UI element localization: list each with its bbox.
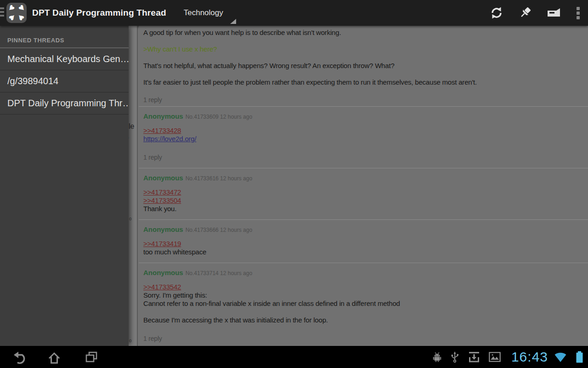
post-header: AnonymousNo.41733666 12 hours ago <box>143 225 583 234</box>
post-header: AnonymousNo.41733609 12 hours ago <box>143 112 583 121</box>
fourchan-clover-icon[interactable]: ♥ ♥ ♥ ♥ <box>6 3 27 23</box>
reply-button[interactable] <box>539 0 568 26</box>
truncated-list-text-fragment: le <box>129 122 134 131</box>
url-link[interactable]: https://love2d.org/ <box>143 135 196 143</box>
comment-line: too much whitespace <box>143 248 583 256</box>
drawer-header: PINNED THREADS <box>0 26 129 48</box>
status-icons: 16:43 <box>433 346 583 368</box>
blank-line <box>143 53 583 62</box>
truncated-list-text-fragment: o <box>129 216 132 221</box>
quotelink[interactable]: >>41733472 <box>143 188 181 196</box>
comment-line: Because I'm accessing the x that was ini… <box>143 316 583 324</box>
pin-button[interactable] <box>511 0 539 26</box>
poster-name: Anonymous <box>143 225 183 233</box>
usb-icon <box>450 351 459 363</box>
post-header: AnonymousNo.41733714 12 hours ago <box>143 269 583 277</box>
blank-line <box>143 70 583 78</box>
comment-line: Cannot refer to a non-final variable x i… <box>143 299 583 308</box>
quotelink[interactable]: >>41733428 <box>143 126 181 135</box>
board-spinner[interactable]: Technology <box>184 8 223 17</box>
android-debug-icon <box>433 352 441 362</box>
spinner-caret-icon <box>230 19 236 24</box>
back-button[interactable] <box>12 350 27 364</box>
home-icon <box>47 350 62 364</box>
install-download-icon <box>468 351 480 363</box>
post-number-and-time: No.41733609 12 hours ago <box>186 114 252 120</box>
comment-line: Sorry. I'm getting this: <box>143 291 583 299</box>
comment-line: Thank you. <box>143 205 583 213</box>
quotelink[interactable]: >>41733419 <box>143 240 181 248</box>
pin-icon <box>518 6 532 20</box>
blank-line <box>143 308 583 316</box>
clover-petal: ♥ <box>15 11 28 25</box>
replies-count[interactable]: 1 reply <box>143 96 583 104</box>
hamburger-icon[interactable] <box>0 7 4 17</box>
replies-count[interactable]: 1 reply <box>143 334 583 343</box>
home-button[interactable] <box>47 350 62 364</box>
post: AnonymousNo.41733609 12 hours ago>>41733… <box>139 107 588 168</box>
post-number-and-time: No.41733666 12 hours ago <box>186 227 252 233</box>
post-number-and-time: No.41733714 12 hours ago <box>186 270 252 276</box>
recents-button[interactable] <box>84 350 99 364</box>
battery-icon <box>576 351 583 363</box>
comment-line: A good tip for when you want help is to … <box>143 29 583 37</box>
system-nav-bar: 16:43 <box>0 346 588 368</box>
truncated-list-text-fragment: o <box>129 338 132 343</box>
poster-name: Anonymous <box>143 269 183 276</box>
clock: 16:43 <box>511 346 548 368</box>
refresh-icon <box>489 6 504 20</box>
post: AnonymousNo.41733666 12 hours ago>>41733… <box>139 220 588 263</box>
greentext-line: >Why can't I use x here? <box>143 45 583 53</box>
thread-posts-pane: A good tip for when you want help is to … <box>139 26 588 346</box>
drawer-item[interactable]: Mechanical Keyboards Gen… <box>0 48 129 70</box>
page-title: DPT Daily Programming Thread <box>32 8 166 18</box>
replies-count[interactable]: 1 reply <box>143 153 583 161</box>
comment-line: That's not helpful, what actually happen… <box>143 62 583 70</box>
poster-name: Anonymous <box>143 112 183 120</box>
comment-line: It's far easier to just tell people the … <box>143 78 583 86</box>
post-header: AnonymousNo.41733616 12 hours ago <box>143 174 583 183</box>
pinned-threads-drawer: PINNED THREADS Mechanical Keyboards Gen…… <box>0 26 129 346</box>
drawer-item[interactable]: DPT Daily Programming Thr… <box>0 92 129 115</box>
quotelink[interactable]: >>41733504 <box>143 196 181 205</box>
drawer-item[interactable]: /g/39894014 <box>0 70 129 92</box>
post: A good tip for when you want help is to … <box>139 26 588 107</box>
overflow-menu-button[interactable] <box>568 0 588 26</box>
screen: le,oo A good tip for when you want help … <box>0 0 588 368</box>
drawer-header-label: PINNED THREADS <box>7 37 64 44</box>
post: AnonymousNo.41733714 12 hours ago>>41733… <box>139 263 588 346</box>
action-buttons <box>482 0 588 26</box>
quotelink[interactable]: >>41733542 <box>143 283 181 291</box>
overflow-menu-icon <box>577 7 580 19</box>
back-icon <box>12 350 27 364</box>
poster-name: Anonymous <box>143 174 183 182</box>
action-bar: ♥ ♥ ♥ ♥ DPT Daily Programming Thread Tec… <box>0 0 588 26</box>
post: AnonymousNo.41733616 12 hours ago>>41733… <box>139 168 588 220</box>
reply-icon <box>546 6 561 20</box>
post-number-and-time: No.41733616 12 hours ago <box>186 175 252 182</box>
refresh-button[interactable] <box>482 0 511 26</box>
recents-icon <box>84 350 99 364</box>
screenshot-image-icon <box>489 352 501 362</box>
wifi-icon <box>554 352 567 362</box>
blank-line <box>143 37 583 45</box>
